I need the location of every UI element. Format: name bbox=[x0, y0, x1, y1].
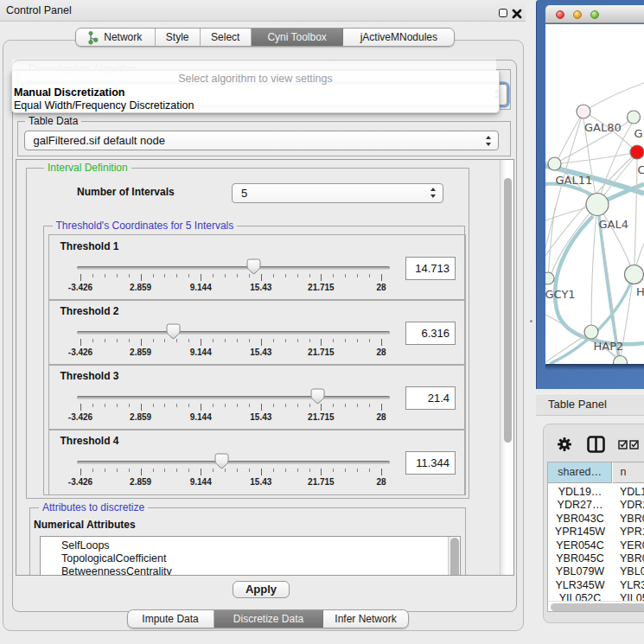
control-panel-title: Control Panel bbox=[6, 0, 72, 22]
table-cell[interactable]: YDL19 bbox=[620, 486, 644, 499]
settings-scrollbar[interactable] bbox=[500, 160, 513, 575]
slider-tick-label: -3.426 bbox=[68, 348, 92, 357]
slider-tick-label: 9.144 bbox=[190, 283, 212, 292]
table-cell[interactable]: YPR14 bbox=[620, 526, 644, 539]
number-of-intervals-combobox[interactable]: 5 bbox=[232, 183, 443, 203]
threshold-value-field[interactable] bbox=[405, 322, 456, 345]
network-node-red[interactable] bbox=[630, 145, 644, 159]
apply-button[interactable]: Apply bbox=[233, 581, 290, 598]
threshold-slider-track[interactable] bbox=[77, 266, 390, 270]
slider-tick-label: 15.43 bbox=[250, 283, 271, 292]
table-header-shared-name[interactable]: shared… bbox=[548, 462, 612, 484]
popup-item-manual-discretization[interactable]: Manual Discretization bbox=[12, 86, 501, 99]
settings-scrollbar-thumb[interactable] bbox=[504, 178, 512, 443]
close-icon[interactable] bbox=[512, 9, 522, 19]
threshold-value-field[interactable] bbox=[405, 451, 456, 475]
table-header-name[interactable]: n bbox=[613, 462, 644, 484]
threshold-slider-thumb[interactable] bbox=[166, 323, 181, 340]
table-cell[interactable]: YER054C bbox=[548, 539, 612, 552]
network-edge bbox=[591, 205, 597, 326]
threshold-slider-thumb[interactable] bbox=[246, 258, 261, 275]
popup-item-equal-width[interactable]: Equal Width/Frequency Discretization bbox=[12, 99, 501, 112]
threshold-value-field[interactable] bbox=[405, 257, 456, 280]
attributes-scrollbar-thumb[interactable] bbox=[450, 538, 459, 576]
attribute-list-item[interactable]: SelfLoops bbox=[41, 539, 460, 552]
threshold-block-3: Threshold 3-3.4262.8599.14415.4321.71528 bbox=[48, 364, 466, 430]
top-tab-bar: NetworkStyleSelectCyni ToolboxjActiveMNo… bbox=[75, 28, 455, 47]
node-attribute-table: shared…n YDL19…YDL19YDR27…YDR27YBR043CYB… bbox=[547, 462, 644, 613]
interval-definition-group-title: Interval Definition bbox=[44, 163, 131, 174]
table-cell[interactable]: YBR045C bbox=[548, 552, 612, 565]
minimize-light[interactable] bbox=[573, 10, 582, 19]
tab-impute-data[interactable]: Impute Data bbox=[128, 610, 214, 628]
tab-network[interactable]: Network bbox=[76, 29, 156, 46]
zoom-light[interactable] bbox=[590, 10, 599, 19]
tab-label: Impute Data bbox=[142, 613, 198, 625]
network-edge bbox=[583, 83, 644, 112]
threshold-value-field[interactable] bbox=[405, 386, 456, 410]
table-cell[interactable]: YLR345W bbox=[548, 579, 612, 592]
network-node-GAL4[interactable] bbox=[586, 194, 609, 216]
attributes-list-scrollbar[interactable] bbox=[448, 537, 460, 576]
network-node-label: C bbox=[638, 163, 644, 176]
table-cell[interactable]: YBL07 bbox=[620, 565, 644, 578]
table-cell[interactable]: YPR145W bbox=[548, 526, 612, 539]
table-cell[interactable]: YDL19… bbox=[548, 486, 612, 499]
table-cell[interactable]: YBR043C bbox=[548, 513, 612, 526]
table-cell[interactable]: YBR04 bbox=[620, 552, 644, 565]
table-cell[interactable]: YDR27… bbox=[548, 499, 612, 512]
table-cell[interactable]: YBR04 bbox=[620, 513, 644, 526]
tab-discretize-data[interactable]: Discretize Data bbox=[214, 610, 324, 628]
popup-fade bbox=[12, 59, 496, 71]
network-node-green-tr[interactable] bbox=[628, 111, 641, 124]
tab-jactivemnodules[interactable]: jActiveMNodules bbox=[343, 29, 454, 46]
control-panel-titlebar bbox=[0, 0, 526, 22]
tab-cyni-toolbox[interactable]: Cyni Toolbox bbox=[252, 29, 344, 46]
float-window-icon[interactable] bbox=[499, 9, 507, 17]
tab-select[interactable]: Select bbox=[201, 29, 252, 46]
table-data-combobox[interactable]: galFiltered.sif default node bbox=[24, 131, 499, 150]
combo-stepper-icon bbox=[430, 188, 437, 198]
slider-tick-label: 15.43 bbox=[250, 477, 271, 487]
network-node-H[interactable] bbox=[625, 265, 644, 284]
numerical-attributes-list[interactable]: SelfLoopsTopologicalCoefficientBetweenne… bbox=[40, 536, 461, 576]
thresholds-group-title: Threshold's Coordinates for 5 Intervals bbox=[53, 220, 238, 232]
table-cell[interactable]: YER05 bbox=[620, 539, 644, 552]
close-light[interactable] bbox=[556, 10, 564, 19]
threshold-slider-thumb[interactable] bbox=[214, 453, 229, 469]
threshold-slider-thumb[interactable] bbox=[310, 388, 325, 405]
slider-tick-label: 2.859 bbox=[130, 477, 151, 487]
combo-stepper-icon bbox=[486, 136, 492, 146]
table-scrollbar-thumb[interactable] bbox=[551, 603, 644, 611]
checkbox-checked-icon[interactable] bbox=[618, 440, 628, 450]
threshold-slider-track[interactable] bbox=[77, 396, 390, 399]
threshold-block-2: Threshold 2-3.4262.8599.14415.4321.71528 bbox=[48, 299, 466, 366]
network-node-bottom[interactable] bbox=[614, 356, 628, 364]
network-view-canvas[interactable]: GAL80G.CGAL11GAL4GCY1HHAP2 bbox=[545, 24, 644, 364]
settings-scrollpane: Interval Definition Number of Intervals … bbox=[16, 159, 514, 576]
threshold-slider-track[interactable] bbox=[77, 461, 390, 464]
popup-placeholder-item[interactable]: Select algorithm to view settings bbox=[12, 72, 499, 86]
network-node-label: GAL4 bbox=[599, 218, 628, 231]
attribute-list-item[interactable]: TopologicalCoefficient bbox=[41, 552, 460, 565]
network-node-HAP2[interactable] bbox=[584, 325, 598, 339]
attribute-list-item[interactable]: BetweennessCentrality bbox=[41, 565, 460, 576]
network-node-GCY1[interactable] bbox=[545, 272, 554, 284]
splitter-handle[interactable] bbox=[530, 320, 532, 322]
slider-tick-label: 2.859 bbox=[130, 348, 151, 357]
table-cell[interactable]: YLR34 bbox=[620, 579, 644, 592]
threshold-block-4: Threshold 4-3.4262.8599.14415.4321.71528 bbox=[48, 429, 466, 495]
checkbox-checked-icon[interactable] bbox=[629, 440, 639, 450]
table-cell[interactable]: YDR27 bbox=[620, 499, 644, 512]
tab-style[interactable]: Style bbox=[156, 29, 201, 46]
network-node-GAL11[interactable] bbox=[548, 157, 561, 170]
tab-infer-network[interactable]: Infer Network bbox=[323, 610, 407, 628]
network-node-pink[interactable] bbox=[577, 105, 590, 118]
gear-icon[interactable] bbox=[558, 437, 571, 451]
split-view-icon[interactable] bbox=[587, 436, 605, 453]
threshold-label: Threshold 1 bbox=[61, 240, 119, 252]
threshold-slider-track[interactable] bbox=[77, 331, 390, 335]
table-cell[interactable]: YBL079W bbox=[548, 565, 612, 578]
network-window-titlebar[interactable] bbox=[545, 5, 644, 23]
table-horizontal-scrollbar[interactable] bbox=[548, 601, 644, 613]
